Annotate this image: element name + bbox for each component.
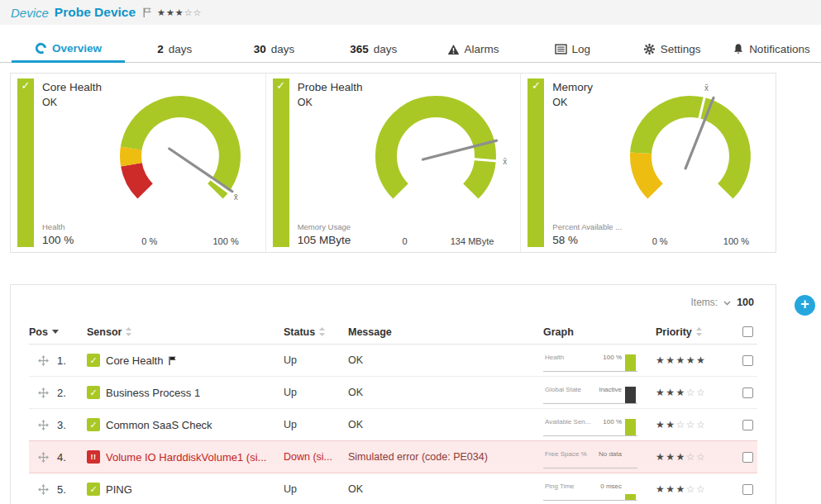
tab-label: Log xyxy=(572,43,591,55)
bell-icon xyxy=(733,43,744,55)
move-handle[interactable] xyxy=(29,420,57,430)
column-header-sensor[interactable]: Sensor xyxy=(87,326,284,338)
check-icon: ✓ xyxy=(273,79,289,92)
tab-settings[interactable]: Settings xyxy=(623,36,722,63)
row-position: 1. xyxy=(57,354,87,367)
gauges-panel: ✓Core HealthOKx̄Health100 %0 %100 %✓Prob… xyxy=(10,73,776,253)
sensor-row-4[interactable]: 4.!!Volume IO HarddiskVolume1 (si...Down… xyxy=(29,441,757,473)
mini-graph[interactable]: Health100 % xyxy=(543,349,637,372)
priority-stars[interactable]: ★★☆☆☆ xyxy=(656,419,725,430)
move-handle[interactable] xyxy=(29,452,57,463)
gauge-caption: Health xyxy=(42,222,141,231)
sensor-row-3[interactable]: 3.✓Common SaaS CheckUpOKAvailable Sen...… xyxy=(29,409,757,441)
gauge-min-label: 0 % xyxy=(141,236,157,246)
move-handle[interactable] xyxy=(29,388,57,398)
sensor-state-up-icon: ✓ xyxy=(87,418,100,431)
tab-2-days[interactable]: 2days xyxy=(125,36,224,63)
sensor-message: Simulated error (code: PE034) xyxy=(348,451,543,463)
log-icon xyxy=(555,44,567,55)
mini-graph-label: Ping Time xyxy=(545,483,575,490)
sensor-status: Up xyxy=(284,354,348,366)
tab-30-days[interactable]: 30days xyxy=(224,36,323,63)
select-all-checkbox[interactable] xyxy=(742,326,753,337)
gauge-dial: x̄ xyxy=(595,87,785,216)
sensor-name-link[interactable]: Volume IO HarddiskVolume1 (si... xyxy=(106,451,266,464)
mini-graph-bar xyxy=(625,494,636,500)
column-header-pos[interactable]: Pos xyxy=(29,326,87,338)
priority-stars[interactable]: ★★★☆☆ xyxy=(656,387,725,398)
sensor-name-link[interactable]: PING xyxy=(106,483,132,496)
move-handle[interactable] xyxy=(29,355,57,366)
device-priority-stars[interactable]: ★★★☆☆ xyxy=(157,7,202,18)
move-handle[interactable] xyxy=(29,484,57,495)
mini-graph[interactable]: Available Sen...100 % xyxy=(543,414,637,436)
row-checkbox[interactable] xyxy=(742,388,753,398)
tab-alarms[interactable]: Alarms xyxy=(423,36,523,63)
column-header-status[interactable]: Status xyxy=(284,326,348,338)
mini-graph-value: 100 % xyxy=(603,418,622,426)
tab-label: Alarms xyxy=(465,43,499,55)
gear-icon xyxy=(643,43,656,55)
gauge-core-health[interactable]: ✓Core HealthOKx̄Health100 %0 %100 % xyxy=(11,74,266,252)
gauge-value: 100 % xyxy=(42,234,141,246)
row-checkbox[interactable] xyxy=(742,452,753,463)
gauge-dial: x̄ xyxy=(341,87,531,216)
sensor-row-5[interactable]: 5.✓PINGUpOKPing Time0 msec★★★☆☆ xyxy=(29,473,757,504)
mini-graph-label: Global State xyxy=(545,386,581,393)
gauge-probe-health[interactable]: ✓Probe HealthOKx̄Memory Usage105 MByte01… xyxy=(266,74,522,252)
gauge-dial: x̄ xyxy=(85,87,275,216)
add-button[interactable]: + xyxy=(795,295,815,316)
device-type-label: Device xyxy=(11,6,49,20)
sort-icon xyxy=(126,327,131,336)
status-color-bar: ✓ xyxy=(17,78,34,247)
mini-graph-bar xyxy=(625,387,636,403)
sort-icon xyxy=(696,327,702,336)
mini-graph-label: Free Space % xyxy=(545,450,587,458)
gauge-memory[interactable]: ✓MemoryOKx̄Percent Available ...58 %0 %1… xyxy=(521,74,776,252)
mini-graph-bar xyxy=(625,419,636,435)
items-per-page-dropdown[interactable]: Items: 100 xyxy=(29,285,757,320)
overview-icon xyxy=(35,42,47,55)
priority-stars[interactable]: ★★★☆☆ xyxy=(656,451,725,463)
priority-stars[interactable]: ★★★☆☆ xyxy=(656,483,725,495)
tab-overview[interactable]: Overview xyxy=(12,36,125,63)
mini-graph[interactable]: Free Space %No data xyxy=(543,446,637,468)
mini-graph-value: Inactive xyxy=(599,386,622,393)
row-checkbox[interactable] xyxy=(742,355,753,366)
tab-label: days xyxy=(169,43,193,55)
tab-notifications[interactable]: Notifications xyxy=(722,36,821,63)
sensor-message: OK xyxy=(348,483,543,495)
sensor-row-1[interactable]: 1.✓Core HealthUpOKHealth100 %★★★★★ xyxy=(29,345,757,377)
priority-stars[interactable]: ★★★★★ xyxy=(656,354,725,366)
gauge-min-label: 0 % xyxy=(652,236,668,246)
tab-365-days[interactable]: 365days xyxy=(324,36,423,63)
tab-log[interactable]: Log xyxy=(523,36,622,63)
items-label: Items: xyxy=(690,297,718,308)
mini-graph-value: 0 msec xyxy=(600,483,622,490)
items-count: 100 xyxy=(737,297,754,308)
sensor-name-link[interactable]: Business Process 1 xyxy=(106,387,200,399)
check-icon: ✓ xyxy=(527,79,544,92)
sensor-message: OK xyxy=(348,387,543,398)
sensor-name-link[interactable]: Common SaaS Check xyxy=(106,419,212,431)
sensor-name-link[interactable]: Core Health xyxy=(106,354,163,367)
tab-bar: Overview2days30days365daysAlarmsLogSetti… xyxy=(0,36,821,63)
sensor-row-2[interactable]: 2.✓Business Process 1UpOKGlobal StateIna… xyxy=(29,377,757,409)
row-checkbox[interactable] xyxy=(742,484,753,495)
row-position: 2. xyxy=(57,387,87,399)
column-label: Message xyxy=(348,326,392,338)
mini-graph[interactable]: Ping Time0 msec xyxy=(543,478,637,501)
flag-icon xyxy=(169,356,176,365)
flag-outline-icon[interactable] xyxy=(143,7,151,17)
sensor-message: OK xyxy=(348,354,543,366)
gauge-max-label: 100 % xyxy=(212,236,256,246)
sensor-status: Up xyxy=(284,419,348,430)
sort-desc-icon xyxy=(52,330,59,334)
svg-text:x̄: x̄ xyxy=(234,193,238,202)
row-checkbox[interactable] xyxy=(742,420,753,430)
column-label: Pos xyxy=(29,326,48,338)
table-body: 1.✓Core HealthUpOKHealth100 %★★★★★2.✓Bus… xyxy=(29,345,757,504)
mini-graph[interactable]: Global StateInactive xyxy=(543,382,637,404)
mini-graph-value: 100 % xyxy=(603,354,622,361)
column-header-priority[interactable]: Priority xyxy=(656,326,725,338)
